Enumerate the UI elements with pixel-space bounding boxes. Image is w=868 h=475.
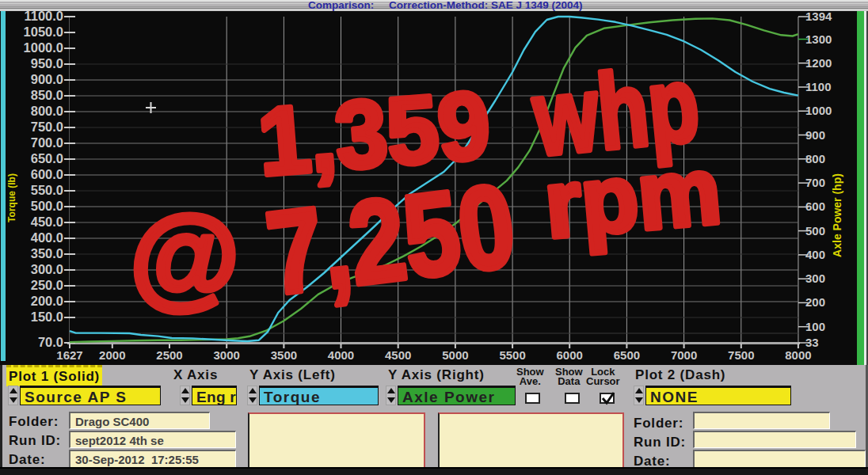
svg-text:900.0: 900.0 [31, 72, 63, 86]
svg-text:1300: 1300 [805, 32, 832, 46]
svg-text:8000: 8000 [785, 348, 811, 362]
svg-text:Axle Power (hp): Axle Power (hp) [831, 173, 843, 257]
svg-text:550.0: 550.0 [31, 183, 63, 197]
svg-text:7000: 7000 [671, 348, 697, 362]
svg-text:500: 500 [805, 224, 825, 238]
svg-text:1000: 1000 [805, 104, 832, 117]
svg-text:100: 100 [805, 320, 825, 333]
svg-text:1100.0: 1100.0 [24, 11, 63, 23]
svg-text:6500: 6500 [614, 348, 640, 362]
svg-text:200: 200 [805, 295, 825, 309]
svg-text:7500: 7500 [728, 348, 754, 362]
svg-text:600.0: 600.0 [31, 167, 63, 181]
svg-text:700: 700 [805, 176, 825, 189]
svg-text:70.0: 70.0 [38, 335, 63, 349]
svg-text:4000: 4000 [328, 348, 354, 362]
svg-text:33: 33 [805, 336, 819, 349]
svg-text:5500: 5500 [499, 348, 525, 362]
svg-text:5000: 5000 [442, 348, 468, 362]
svg-text:400.0: 400.0 [31, 230, 63, 245]
svg-text:6000: 6000 [557, 348, 583, 362]
svg-text:850.0: 850.0 [31, 88, 63, 102]
svg-text:300.0: 300.0 [31, 262, 63, 276]
svg-text:750.0: 750.0 [31, 120, 63, 134]
svg-text:1200: 1200 [805, 56, 832, 70]
svg-text:@: @ [130, 192, 239, 318]
svg-text:900: 900 [805, 128, 825, 142]
svg-text:1394: 1394 [805, 11, 832, 23]
svg-text:Torque (lb): Torque (lb) [6, 173, 17, 222]
svg-text:2500: 2500 [156, 348, 182, 362]
svg-text:200.0: 200.0 [31, 294, 63, 308]
svg-text:1000.0: 1000.0 [24, 40, 63, 55]
svg-text:950.0: 950.0 [31, 56, 63, 70]
svg-text:rpm: rpm [541, 136, 725, 257]
svg-text:250.0: 250.0 [31, 278, 63, 292]
svg-text:450.0: 450.0 [31, 215, 63, 229]
svg-text:2000: 2000 [99, 348, 125, 362]
svg-text:800: 800 [805, 152, 825, 165]
svg-text:800.0: 800.0 [31, 104, 63, 118]
svg-text:3000: 3000 [214, 348, 240, 362]
svg-text:600: 600 [805, 200, 825, 213]
svg-text:400: 400 [805, 248, 825, 261]
svg-text:3500: 3500 [271, 348, 297, 362]
svg-text:4500: 4500 [385, 348, 411, 362]
svg-text:300: 300 [805, 272, 825, 285]
svg-text:700.0: 700.0 [31, 135, 63, 150]
svg-text:1050.0: 1050.0 [24, 25, 63, 39]
svg-text:650.0: 650.0 [31, 151, 63, 165]
svg-text:350.0: 350.0 [31, 246, 63, 260]
svg-text:1100: 1100 [805, 80, 832, 93]
svg-text:1627: 1627 [56, 348, 82, 362]
svg-text:150.0: 150.0 [31, 310, 63, 324]
svg-text:500.0: 500.0 [31, 199, 63, 213]
